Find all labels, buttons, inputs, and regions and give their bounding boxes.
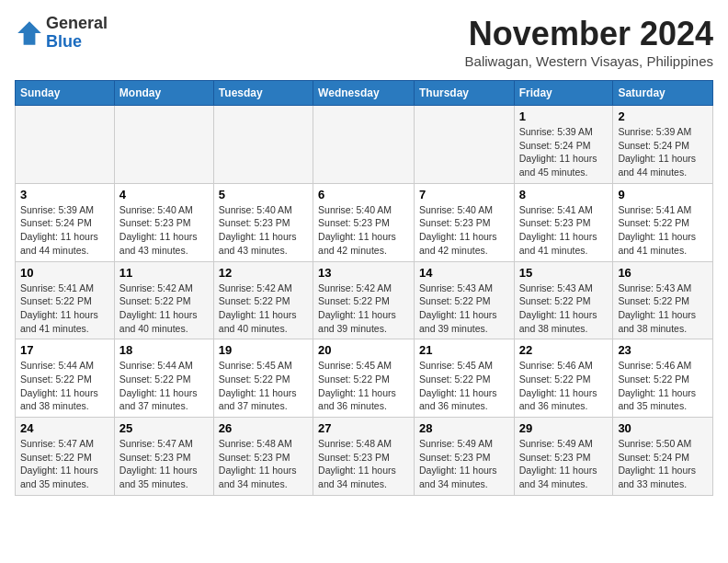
day-number: 28	[419, 421, 509, 435]
calendar-cell: 21Sunrise: 5:45 AM Sunset: 5:22 PM Dayli…	[414, 339, 514, 418]
day-info: Sunrise: 5:48 AM Sunset: 5:23 PM Dayligh…	[318, 437, 409, 491]
logo: General Blue	[15, 15, 108, 52]
day-number: 7	[419, 188, 509, 201]
day-number: 29	[519, 421, 609, 435]
logo-text: General Blue	[46, 15, 108, 52]
day-info: Sunrise: 5:41 AM Sunset: 5:22 PM Dayligh…	[618, 203, 708, 258]
weekday-header: Monday	[114, 81, 213, 106]
day-number: 21	[419, 343, 509, 357]
day-number: 10	[20, 266, 109, 280]
day-info: Sunrise: 5:39 AM Sunset: 5:24 PM Dayligh…	[519, 125, 609, 179]
day-info: Sunrise: 5:45 AM Sunset: 5:22 PM Dayligh…	[419, 359, 509, 413]
day-number: 22	[519, 343, 609, 357]
day-info: Sunrise: 5:47 AM Sunset: 5:22 PM Dayligh…	[20, 437, 109, 491]
calendar-cell: 24Sunrise: 5:47 AM Sunset: 5:22 PM Dayli…	[16, 418, 115, 496]
day-info: Sunrise: 5:43 AM Sunset: 5:22 PM Dayligh…	[419, 282, 509, 336]
day-info: Sunrise: 5:49 AM Sunset: 5:23 PM Dayligh…	[519, 437, 609, 491]
calendar-cell: 4Sunrise: 5:40 AM Sunset: 5:23 PM Daylig…	[114, 183, 213, 261]
calendar-cell	[313, 106, 415, 184]
calendar-cell: 23Sunrise: 5:46 AM Sunset: 5:22 PM Dayli…	[613, 339, 713, 418]
day-number: 6	[318, 188, 409, 201]
day-number: 15	[519, 266, 609, 280]
day-number: 4	[119, 188, 209, 201]
weekday-header: Tuesday	[213, 81, 313, 106]
calendar-cell: 16Sunrise: 5:43 AM Sunset: 5:22 PM Dayli…	[613, 261, 713, 339]
location-subtitle: Baliwagan, Western Visayas, Philippines	[465, 53, 713, 69]
calendar-cell: 3Sunrise: 5:39 AM Sunset: 5:24 PM Daylig…	[16, 183, 115, 261]
month-title: November 2024	[465, 15, 713, 53]
day-info: Sunrise: 5:50 AM Sunset: 5:24 PM Dayligh…	[618, 437, 708, 491]
svg-marker-0	[17, 21, 41, 45]
calendar-cell: 7Sunrise: 5:40 AM Sunset: 5:23 PM Daylig…	[414, 183, 514, 261]
logo-blue: Blue	[46, 32, 82, 51]
calendar-cell: 27Sunrise: 5:48 AM Sunset: 5:23 PM Dayli…	[313, 418, 415, 496]
day-number: 14	[419, 266, 509, 280]
day-info: Sunrise: 5:46 AM Sunset: 5:22 PM Dayligh…	[618, 359, 708, 413]
day-number: 3	[20, 188, 109, 201]
day-number: 27	[318, 421, 409, 435]
calendar-cell	[213, 106, 313, 184]
calendar-cell: 11Sunrise: 5:42 AM Sunset: 5:22 PM Dayli…	[114, 261, 213, 339]
calendar-week-row: 24Sunrise: 5:47 AM Sunset: 5:22 PM Dayli…	[16, 418, 713, 496]
day-info: Sunrise: 5:39 AM Sunset: 5:24 PM Dayligh…	[618, 125, 708, 179]
day-info: Sunrise: 5:43 AM Sunset: 5:22 PM Dayligh…	[618, 282, 708, 336]
calendar-cell: 22Sunrise: 5:46 AM Sunset: 5:22 PM Dayli…	[514, 339, 613, 418]
weekday-header: Sunday	[16, 81, 115, 106]
day-number: 24	[20, 421, 109, 435]
calendar-cell: 13Sunrise: 5:42 AM Sunset: 5:22 PM Dayli…	[313, 261, 415, 339]
weekday-header: Saturday	[613, 81, 713, 106]
calendar-cell: 26Sunrise: 5:48 AM Sunset: 5:23 PM Dayli…	[213, 418, 313, 496]
calendar-cell: 20Sunrise: 5:45 AM Sunset: 5:22 PM Dayli…	[313, 339, 415, 418]
day-info: Sunrise: 5:44 AM Sunset: 5:22 PM Dayligh…	[20, 359, 109, 413]
calendar-week-row: 3Sunrise: 5:39 AM Sunset: 5:24 PM Daylig…	[16, 183, 713, 261]
day-info: Sunrise: 5:41 AM Sunset: 5:23 PM Dayligh…	[519, 203, 609, 258]
day-info: Sunrise: 5:40 AM Sunset: 5:23 PM Dayligh…	[419, 203, 509, 258]
calendar-cell	[114, 106, 213, 184]
day-number: 30	[618, 421, 708, 435]
calendar-cell: 25Sunrise: 5:47 AM Sunset: 5:23 PM Dayli…	[114, 418, 213, 496]
weekday-header-row: SundayMondayTuesdayWednesdayThursdayFrid…	[16, 81, 713, 106]
logo-general: General	[46, 14, 108, 32]
calendar-cell: 17Sunrise: 5:44 AM Sunset: 5:22 PM Dayli…	[16, 339, 115, 418]
weekday-header: Thursday	[414, 81, 514, 106]
day-info: Sunrise: 5:48 AM Sunset: 5:23 PM Dayligh…	[219, 437, 308, 491]
calendar-cell: 28Sunrise: 5:49 AM Sunset: 5:23 PM Dayli…	[414, 418, 514, 496]
calendar-cell: 10Sunrise: 5:41 AM Sunset: 5:22 PM Dayli…	[16, 261, 115, 339]
calendar-cell: 15Sunrise: 5:43 AM Sunset: 5:22 PM Dayli…	[514, 261, 613, 339]
day-number: 16	[618, 266, 708, 280]
day-info: Sunrise: 5:41 AM Sunset: 5:22 PM Dayligh…	[20, 282, 109, 336]
calendar-cell	[16, 106, 115, 184]
calendar-cell: 2Sunrise: 5:39 AM Sunset: 5:24 PM Daylig…	[613, 106, 713, 184]
day-number: 2	[618, 109, 708, 123]
calendar-cell: 6Sunrise: 5:40 AM Sunset: 5:23 PM Daylig…	[313, 183, 415, 261]
day-number: 12	[219, 266, 308, 280]
day-info: Sunrise: 5:45 AM Sunset: 5:22 PM Dayligh…	[318, 359, 409, 413]
day-number: 17	[20, 343, 109, 357]
day-info: Sunrise: 5:44 AM Sunset: 5:22 PM Dayligh…	[119, 359, 209, 413]
day-number: 1	[519, 109, 609, 123]
weekday-header: Friday	[514, 81, 613, 106]
day-number: 25	[119, 421, 209, 435]
calendar-cell: 18Sunrise: 5:44 AM Sunset: 5:22 PM Dayli…	[114, 339, 213, 418]
logo-icon	[15, 18, 44, 48]
day-number: 26	[219, 421, 308, 435]
calendar-cell: 9Sunrise: 5:41 AM Sunset: 5:22 PM Daylig…	[613, 183, 713, 261]
title-area: November 2024 Baliwagan, Western Visayas…	[465, 15, 713, 69]
day-number: 19	[219, 343, 308, 357]
calendar-cell: 14Sunrise: 5:43 AM Sunset: 5:22 PM Dayli…	[414, 261, 514, 339]
day-number: 23	[618, 343, 708, 357]
calendar-cell: 1Sunrise: 5:39 AM Sunset: 5:24 PM Daylig…	[514, 106, 613, 184]
day-info: Sunrise: 5:43 AM Sunset: 5:22 PM Dayligh…	[519, 282, 609, 336]
day-number: 18	[119, 343, 209, 357]
day-number: 20	[318, 343, 409, 357]
day-number: 5	[219, 188, 308, 201]
day-number: 8	[519, 188, 609, 201]
day-info: Sunrise: 5:42 AM Sunset: 5:22 PM Dayligh…	[219, 282, 308, 336]
calendar-cell: 30Sunrise: 5:50 AM Sunset: 5:24 PM Dayli…	[613, 418, 713, 496]
calendar-cell	[414, 106, 514, 184]
calendar-cell: 29Sunrise: 5:49 AM Sunset: 5:23 PM Dayli…	[514, 418, 613, 496]
day-info: Sunrise: 5:46 AM Sunset: 5:22 PM Dayligh…	[519, 359, 609, 413]
calendar-cell: 5Sunrise: 5:40 AM Sunset: 5:23 PM Daylig…	[213, 183, 313, 261]
day-info: Sunrise: 5:49 AM Sunset: 5:23 PM Dayligh…	[419, 437, 509, 491]
day-number: 13	[318, 266, 409, 280]
